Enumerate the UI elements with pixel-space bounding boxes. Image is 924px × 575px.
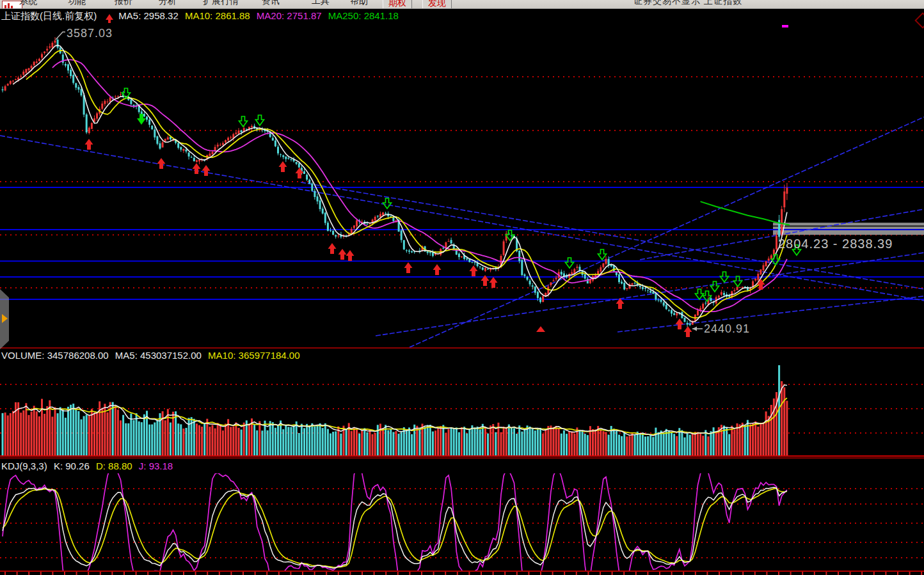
kdj-k-value: K: 90.26 (54, 461, 90, 471)
volume-ma5-value: MA5: 453037152.00 (115, 350, 202, 361)
menu-discover-hot-button[interactable]: 发现 (422, 0, 452, 9)
ma5-value: MA5: 2958.32 (118, 10, 178, 21)
menu-help[interactable]: 帮助 (350, 0, 368, 7)
volume-ma10-value: MA10: 365977184.00 (208, 350, 299, 361)
drawing-mark (782, 25, 788, 28)
sidebar-expand-handle[interactable] (0, 289, 9, 349)
menu-news[interactable]: 资讯 (262, 0, 280, 7)
kdj-j-value: J: 93.18 (139, 461, 173, 471)
menu-tools[interactable]: 工具 (312, 0, 330, 7)
gap-range-label: 2804.23 - 2838.39 (778, 237, 893, 251)
expand-triangle-icon (2, 314, 8, 323)
symbol-title: 上证指数(日线.前复权) (1, 10, 97, 21)
kdj-d-value: D: 88.80 (96, 461, 132, 471)
ma20-value: MA20: 2751.87 (257, 10, 322, 21)
up-arrow-icon (106, 14, 113, 20)
menu-quote[interactable]: 报价 (115, 0, 132, 7)
volume-value: VOLUME: 345786208.00 (1, 350, 109, 361)
menu-function[interactable]: 功能 (68, 0, 86, 7)
menu-status-text: 证券交易不显示 上证指数 (633, 0, 742, 7)
volume-header: VOLUME: 345786208.00 MA5: 453037152.00 M… (1, 350, 304, 361)
menu-bar: 系统 功能 报价 分析 扩展行情 资讯 工具 帮助 期权 发现 证券交易不显示 … (0, 0, 924, 9)
ma250-value: MA250: 2841.18 (328, 10, 399, 21)
menu-extended-quotes[interactable]: 扩展行情 (203, 0, 239, 7)
kdj-title: KDJ(9,3,3) (1, 461, 47, 471)
menu-system[interactable]: 系统 (19, 0, 37, 7)
trading-app-window: 系统 功能 报价 分析 扩展行情 资讯 工具 帮助 期权 发现 证券交易不显示 … (0, 0, 924, 575)
panel-divider[interactable] (0, 457, 924, 459)
panel-divider[interactable] (0, 347, 924, 349)
menu-analysis[interactable]: 分析 (159, 0, 177, 7)
ma10-value: MA10: 2861.88 (185, 10, 250, 21)
main-chart-header: 上证指数(日线.前复权) MA5: 2958.32 MA10: 2861.88 … (1, 10, 402, 22)
peak-price-label: 3587.03 (67, 27, 113, 40)
menu-options-hot-button[interactable]: 期权 (383, 0, 412, 9)
kdj-header: KDJ(9,3,3) K: 90.26 D: 88.80 J: 93.18 (1, 461, 177, 471)
low-price-label: 2440.91 (704, 322, 750, 336)
